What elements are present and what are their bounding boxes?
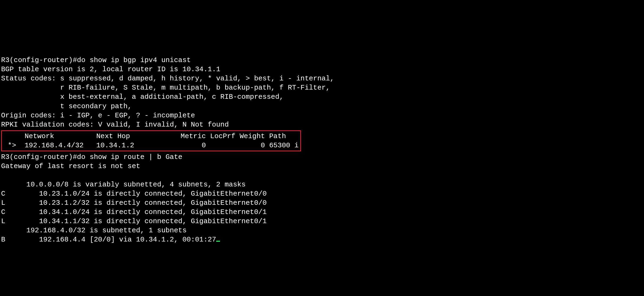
status-codes-line: x best-external, a additional-path, c RI… [1, 93, 283, 101]
bgp-table-header: Network Next Hop Metric LocPrf Weight Pa… [4, 132, 286, 140]
rpki-codes-line: RPKI validation codes: V valid, I invali… [1, 121, 229, 129]
terminal-cursor [216, 241, 220, 242]
status-codes-line: t secondary path, [1, 102, 132, 110]
route-entry-line: B 192.168.4.4 [20/0] via 10.34.1.2, 00:0… [1, 236, 216, 244]
origin-codes-line: Origin codes: i - IGP, e - EGP, ? - inco… [1, 111, 195, 120]
route-entry-line: C 10.34.1.0/24 is directly connected, Gi… [1, 208, 267, 216]
bgp-table-row: *> 192.168.4.4/32 10.34.1.2 0 0 65300 i [4, 141, 299, 149]
route-summary-line: 192.168.4.0/32 is subnetted, 1 subnets [1, 226, 187, 234]
route-summary-line: 10.0.0.0/8 is variably subnetted, 4 subn… [1, 181, 246, 189]
bgp-summary-line: BGP table version is 2, local router ID … [1, 65, 220, 73]
gateway-line: Gateway of last resort is not set [1, 162, 140, 170]
cli-command-line: R3(config-router)#do show ip route | b G… [1, 153, 182, 161]
status-codes-line: r RIB-failure, S Stale, m multipath, b b… [1, 84, 330, 92]
route-entry-line: L 10.34.1.1/32 is directly connected, Gi… [1, 217, 267, 225]
cli-command-line: R3(config-router)#do show ip bgp ipv4 un… [1, 56, 191, 64]
terminal-output: R3(config-router)#do show ip bgp ipv4 un… [0, 46, 644, 245]
route-entry-line: C 10.23.1.0/24 is directly connected, Gi… [1, 190, 267, 198]
route-entry-line: L 10.23.1.2/32 is directly connected, Gi… [1, 199, 267, 207]
status-codes-line: Status codes: s suppressed, d damped, h … [1, 74, 334, 83]
bgp-table-highlight: Network Next Hop Metric LocPrf Weight Pa… [1, 130, 301, 151]
